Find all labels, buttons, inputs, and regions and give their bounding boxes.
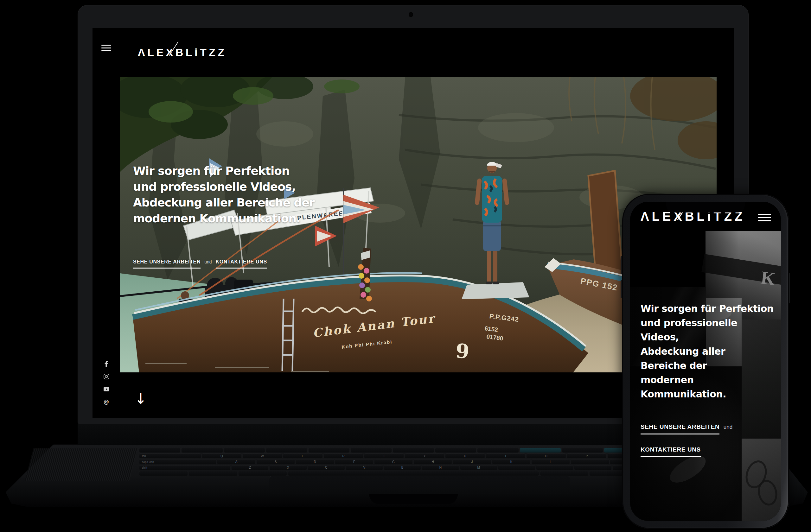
laptop-speaker-left <box>25 449 138 481</box>
facebook-icon[interactable] <box>104 361 109 367</box>
key-m: M <box>460 465 497 470</box>
key-tab: tab <box>139 453 201 458</box>
email-at-icon[interactable]: @ <box>104 399 109 405</box>
key-a: A <box>217 459 255 464</box>
key-blank <box>189 471 237 476</box>
headline-line: Abdeckung aller Bereiche der <box>133 195 315 210</box>
key-g: G <box>374 459 412 464</box>
see-our-works-link[interactable]: SEHE UNSERE ARBEITEN <box>133 259 200 268</box>
key-q: Q <box>202 453 241 458</box>
phone-contact-us-link[interactable]: KONTAKTIERE UNS <box>641 446 701 457</box>
key-s: S <box>257 459 295 464</box>
keyboard: tabQWERTYUIOPcaps lockASDFGHJKLshiftZXCV… <box>139 448 687 476</box>
key-shift: shift <box>139 465 230 470</box>
key-z: Z <box>232 465 268 470</box>
logo-slash-icon: X <box>166 46 175 59</box>
phone-hero-headline: Wir sorgen für Perfektion und profession… <box>641 301 774 401</box>
key-l: L <box>532 459 570 464</box>
key-w: W <box>243 453 282 458</box>
phone-mockup: K ΛLEXBLiTZZ Wir sorgen für Perfektion u… <box>622 194 789 529</box>
phone-see-our-works-link[interactable]: SEHE UNSERE ARBEITEN <box>641 423 719 435</box>
key-blank <box>540 471 588 476</box>
logo-text-pre: ΛLE <box>641 209 674 223</box>
key-blank <box>520 448 561 453</box>
headline-line: und professionelle Videos, <box>133 179 315 195</box>
headline-line: modernen Kommunikation. <box>133 210 315 226</box>
key-blank <box>266 448 307 453</box>
phone-hero-links-row1: SEHE UNSERE ARBEITEN und <box>641 423 732 431</box>
key-j: J <box>453 459 491 464</box>
key-o: O <box>526 453 566 458</box>
key-n: N <box>422 465 459 470</box>
headline-line: und professionelle <box>641 316 774 330</box>
phone-hero-links-row2: KONTAKTIERE UNS <box>641 446 701 453</box>
screenshot-canvas: tabQWERTYUIOPcaps lockASDFGHJKLshiftZXCV… <box>0 0 811 532</box>
key-r: R <box>324 453 363 458</box>
key-blank <box>477 448 518 453</box>
key-t: T <box>364 453 403 458</box>
headline-line: Abdeckung aller <box>641 344 774 358</box>
key-y: Y <box>405 453 444 458</box>
key-blank <box>139 448 180 453</box>
youtube-icon[interactable] <box>104 386 109 392</box>
site-logo[interactable]: ΛLEXBLiTZZ <box>138 46 227 59</box>
key-k: K <box>492 459 530 464</box>
key-blank <box>575 465 611 470</box>
headline-line: Kommunikation. <box>641 387 774 401</box>
headline-line: Videos, <box>641 330 774 344</box>
key-blank <box>288 471 539 476</box>
key-v: V <box>346 465 383 470</box>
key-blank <box>536 465 573 470</box>
key-h: H <box>414 459 452 464</box>
social-links: @ <box>92 361 120 405</box>
instagram-icon[interactable] <box>104 374 109 379</box>
key-u: U <box>445 453 485 458</box>
key-c: C <box>308 465 345 470</box>
headline-line: Wir sorgen für Perfektion <box>133 163 315 179</box>
webcam-icon <box>409 12 413 17</box>
hero-links: SEHE UNSERE ARBEITEN und KONTAKTIERE UNS <box>133 259 267 268</box>
key-blank <box>351 448 392 453</box>
site-header: ΛLEXBLiTZZ <box>120 28 734 77</box>
scroll-down-arrow-icon[interactable]: ↓ <box>135 391 147 406</box>
key-i: I <box>486 453 525 458</box>
key-blank <box>435 448 476 453</box>
phone-link-connector-text: und <box>723 424 732 430</box>
hero-headline: Wir sorgen für Perfektion und profession… <box>133 163 315 226</box>
key-blank <box>139 471 187 476</box>
logo-text-pre: ΛLE <box>138 46 166 58</box>
link-connector-text: und <box>204 259 212 264</box>
key-e: E <box>283 453 322 458</box>
key-blank <box>309 448 349 453</box>
touchpad <box>269 476 570 494</box>
headline-line: modernen <box>641 373 774 387</box>
site-sidebar <box>92 28 120 418</box>
key-blank <box>393 448 434 453</box>
key-x: X <box>270 465 306 470</box>
key-blank <box>498 465 535 470</box>
key-blank <box>571 459 609 464</box>
menu-hamburger-icon[interactable] <box>102 45 111 51</box>
key-d: D <box>296 459 334 464</box>
key-b: B <box>384 465 421 470</box>
hull-big-number: 9 <box>455 339 470 363</box>
laptop-lid-notch <box>369 494 458 504</box>
key-blank <box>562 448 603 453</box>
phone-menu-hamburger-icon[interactable] <box>758 214 771 221</box>
contact-us-link[interactable]: KONTAKTIERE UNS <box>216 259 267 268</box>
phone-screen: K ΛLEXBLiTZZ Wir sorgen für Perfektion u… <box>630 202 781 521</box>
phone-notch <box>666 202 745 213</box>
key-caps-lock: caps lock <box>139 459 216 464</box>
key-p: P <box>567 453 606 458</box>
headline-line: Wir sorgen für Perfektion <box>641 301 774 316</box>
key-blank <box>182 448 223 453</box>
headline-line: Bereiche der <box>641 358 774 373</box>
key-f: F <box>335 459 373 464</box>
key-blank <box>224 448 265 453</box>
key-blank <box>239 471 287 476</box>
logo-text-post: BLiTZZ <box>175 46 227 58</box>
